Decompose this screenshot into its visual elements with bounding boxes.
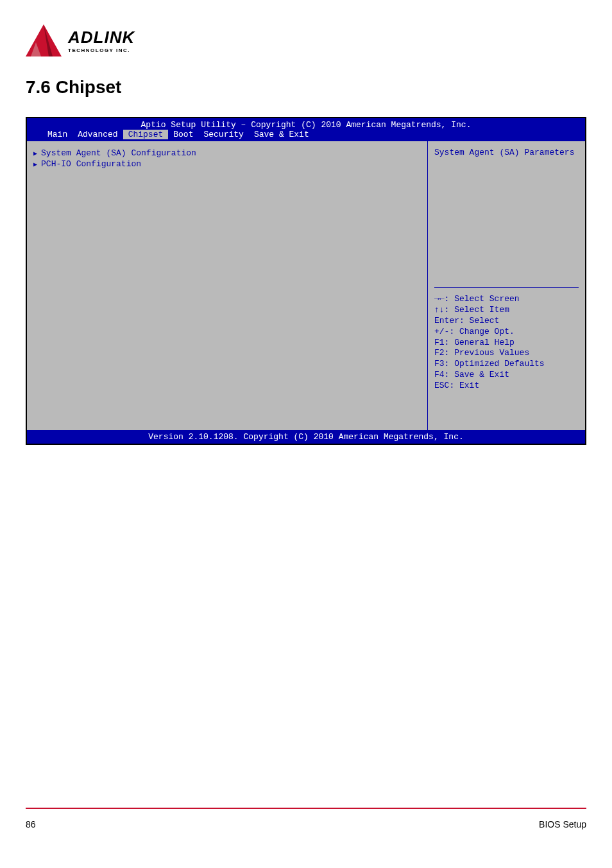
tab-boot[interactable]: Boot: [168, 130, 198, 139]
menu-item-pch-io-config[interactable]: ▶ PCH-IO Configuration: [33, 159, 421, 169]
bios-main-panel: ▶ System Agent (SA) Configuration ▶ PCH-…: [27, 141, 428, 430]
tab-advanced[interactable]: Advanced: [72, 130, 123, 139]
logo-triangle-icon: [24, 23, 63, 58]
sidebar-divider: [434, 287, 579, 288]
submenu-arrow-icon: ▶: [33, 150, 37, 157]
help-f3: F3: Optimized Defaults: [434, 359, 579, 370]
help-section: →←: Select Screen ↑↓: Select Item Enter:…: [434, 294, 579, 392]
page-footer: 86 BIOS Setup: [26, 819, 586, 829]
logo: ADLINK TECHNOLOGY INC.: [24, 23, 135, 58]
bios-window: Aptio Setup Utility – Copyright (C) 2010…: [26, 117, 586, 445]
sidebar-description: System Agent (SA) Parameters: [434, 148, 579, 287]
footer-section-name: BIOS Setup: [539, 819, 586, 829]
bios-title: Aptio Setup Utility – Copyright (C) 2010…: [27, 120, 585, 130]
bios-header: Aptio Setup Utility – Copyright (C) 2010…: [27, 118, 585, 141]
help-f1: F1: General Help: [434, 338, 579, 349]
menu-item-sa-config[interactable]: ▶ System Agent (SA) Configuration: [33, 148, 421, 159]
page-number: 86: [26, 819, 36, 829]
menu-item-label: System Agent (SA) Configuration: [41, 148, 196, 158]
bios-content: ▶ System Agent (SA) Configuration ▶ PCH-…: [27, 141, 585, 430]
help-select-item: ↑↓: Select Item: [434, 305, 579, 316]
tab-save-exit[interactable]: Save & Exit: [249, 130, 314, 139]
menu-item-label: PCH-IO Configuration: [41, 159, 141, 169]
logo-text-sub: TECHNOLOGY INC.: [68, 48, 135, 53]
section-title: 7.6 Chipset: [26, 77, 586, 98]
help-enter: Enter: Select: [434, 316, 579, 327]
bios-sidebar: System Agent (SA) Parameters →←: Select …: [428, 141, 585, 430]
help-esc: ESC: Exit: [434, 381, 579, 392]
bios-tabs: Main Advanced Chipset Boot Security Save…: [27, 130, 585, 139]
footer-divider: [26, 808, 586, 809]
help-f4: F4: Save & Exit: [434, 370, 579, 381]
submenu-arrow-icon: ▶: [33, 161, 37, 168]
tab-security[interactable]: Security: [198, 130, 248, 139]
tab-chipset[interactable]: Chipset: [123, 130, 169, 139]
help-change-opt: +/-: Change Opt.: [434, 327, 579, 338]
bios-footer: Version 2.10.1208. Copyright (C) 2010 Am…: [27, 430, 585, 444]
help-select-screen: →←: Select Screen: [434, 294, 579, 305]
help-f2: F2: Previous Values: [434, 348, 579, 359]
logo-text-main: ADLINK: [68, 28, 135, 48]
tab-main[interactable]: Main: [42, 130, 72, 139]
